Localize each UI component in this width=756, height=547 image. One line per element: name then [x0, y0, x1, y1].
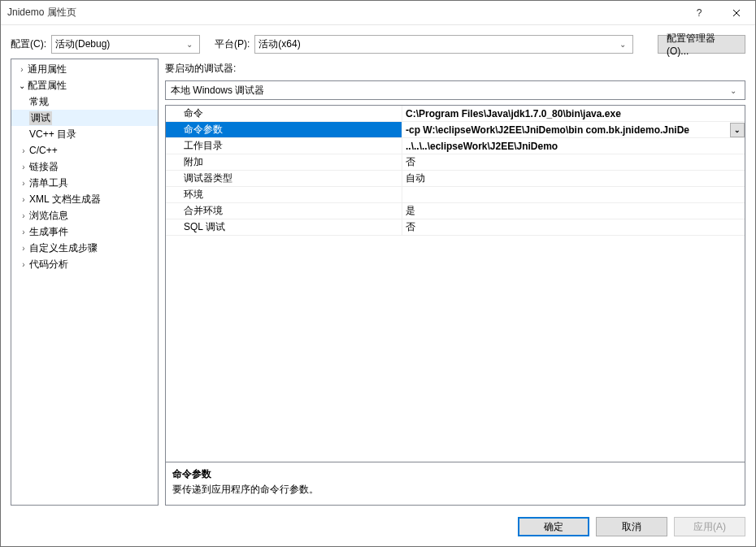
- description-body: 要传递到应用程序的命令行参数。: [172, 483, 738, 497]
- chevron-right-icon[interactable]: ›: [18, 163, 29, 171]
- tree-item-label: 代码分析: [29, 258, 68, 271]
- tree-item[interactable]: ›代码分析: [11, 256, 158, 272]
- property-value[interactable]: 是: [402, 203, 745, 219]
- tree-item-label: 生成事件: [29, 225, 68, 239]
- config-label: 配置(C):: [11, 37, 46, 51]
- chevron-down-icon[interactable]: ⌄: [730, 123, 745, 137]
- section-title: 要启动的调试器:: [165, 59, 745, 76]
- chevron-down-icon: ⌄: [183, 40, 196, 49]
- property-name: 工作目录: [166, 138, 402, 154]
- tree-item-label: C/C++: [29, 145, 58, 156]
- cancel-button[interactable]: 取消: [596, 517, 667, 536]
- footer: 确定 取消 应用(A): [1, 510, 755, 546]
- tree-item-label: XML 文档生成器: [29, 193, 101, 206]
- debugger-combo[interactable]: 本地 Windows 调试器 ⌄: [165, 80, 745, 100]
- close-icon: [732, 9, 741, 17]
- chevron-right-icon[interactable]: ›: [16, 65, 28, 74]
- tree-item-label: 清单工具: [29, 176, 68, 190]
- tree-item-label: 自定义生成步骤: [29, 241, 98, 255]
- property-value[interactable]: C:\Program Files\Java\jdk1.7.0_80\bin\ja…: [402, 106, 745, 121]
- chevron-right-icon[interactable]: ›: [18, 211, 29, 220]
- nav-tree[interactable]: ›通用属性⌄配置属性常规调试VC++ 目录›C/C++›链接器›清单工具›XML…: [11, 59, 159, 506]
- tree-item[interactable]: ›通用属性: [11, 61, 158, 77]
- chevron-down-icon: ⌄: [727, 86, 740, 95]
- description-title: 命令参数: [172, 467, 738, 481]
- config-combo[interactable]: 活动(Debug) ⌄: [51, 35, 200, 54]
- right-panel: 要启动的调试器: 本地 Windows 调试器 ⌄ 命令C:\Program F…: [165, 59, 745, 506]
- tree-item-label: 链接器: [29, 160, 59, 174]
- property-row[interactable]: 调试器类型自动: [166, 171, 745, 187]
- tree-item[interactable]: 常规: [11, 93, 158, 110]
- tree-item[interactable]: ⌄配置属性: [11, 77, 158, 93]
- help-button[interactable]: ?: [680, 1, 718, 25]
- tree-item-label: 浏览信息: [29, 209, 68, 223]
- platform-label: 平台(P):: [215, 37, 250, 51]
- tree-item-label: 常规: [29, 95, 49, 109]
- titlebar: Jnidemo 属性页 ?: [1, 1, 755, 25]
- property-grid-body[interactable]: 命令C:\Program Files\Java\jdk1.7.0_80\bin\…: [166, 106, 745, 462]
- description-panel: 命令参数 要传递到应用程序的命令行参数。: [166, 462, 745, 505]
- tree-item[interactable]: ›浏览信息: [11, 207, 158, 224]
- platform-value: 活动(x64): [259, 37, 300, 51]
- tree-item-label: 通用属性: [28, 63, 67, 76]
- property-row[interactable]: 命令C:\Program Files\Java\jdk1.7.0_80\bin\…: [166, 106, 745, 122]
- property-row[interactable]: 合并环境是: [166, 203, 745, 219]
- chevron-right-icon[interactable]: ›: [18, 179, 29, 188]
- chevron-right-icon[interactable]: ›: [18, 195, 29, 204]
- property-name: 合并环境: [166, 203, 402, 219]
- property-row[interactable]: 命令参数-cp W:\eclipseWork\J2EE\JniDemo\bin …: [166, 122, 745, 138]
- property-value[interactable]: -cp W:\eclipseWork\J2EE\JniDemo\bin com.…: [402, 122, 745, 137]
- property-value[interactable]: ..\..\..\eclipseWork\J2EE\JniDemo: [402, 138, 745, 154]
- config-value: 活动(Debug): [55, 37, 110, 51]
- property-value[interactable]: 否: [402, 219, 745, 235]
- tree-item[interactable]: ›C/C++: [11, 142, 158, 158]
- property-row[interactable]: 工作目录..\..\..\eclipseWork\J2EE\JniDemo: [166, 138, 745, 154]
- chevron-right-icon[interactable]: ›: [18, 260, 29, 269]
- property-grid: 命令C:\Program Files\Java\jdk1.7.0_80\bin\…: [165, 105, 745, 506]
- property-name: SQL 调试: [166, 219, 402, 235]
- chevron-right-icon[interactable]: ›: [18, 244, 29, 253]
- platform-combo[interactable]: 活动(x64) ⌄: [254, 35, 633, 54]
- property-value[interactable]: 否: [402, 154, 745, 170]
- window-title: Jnidemo 属性页: [7, 6, 680, 20]
- property-row[interactable]: 环境: [166, 187, 745, 203]
- chevron-down-icon: ⌄: [616, 40, 629, 49]
- property-name: 命令: [166, 106, 402, 121]
- tree-item[interactable]: ›XML 文档生成器: [11, 191, 158, 207]
- property-name: 调试器类型: [166, 171, 402, 186]
- tree-item[interactable]: ›自定义生成步骤: [11, 240, 158, 256]
- tree-item[interactable]: 调试: [11, 110, 158, 126]
- apply-button: 应用(A): [674, 517, 745, 536]
- tree-item-label: VC++ 目录: [29, 128, 76, 141]
- chevron-down-icon[interactable]: ⌄: [16, 81, 28, 90]
- debugger-value: 本地 Windows 调试器: [171, 84, 264, 98]
- ok-button[interactable]: 确定: [518, 517, 589, 536]
- property-value[interactable]: 自动: [402, 171, 745, 186]
- config-manager-button[interactable]: 配置管理器(O)...: [658, 35, 745, 54]
- property-name: 环境: [166, 187, 402, 202]
- body: ›通用属性⌄配置属性常规调试VC++ 目录›C/C++›链接器›清单工具›XML…: [1, 59, 755, 510]
- close-button[interactable]: [718, 1, 755, 25]
- property-row[interactable]: SQL 调试否: [166, 219, 745, 236]
- chevron-right-icon[interactable]: ›: [18, 228, 29, 237]
- property-name: 命令参数: [166, 122, 402, 137]
- property-name: 附加: [166, 154, 402, 170]
- tree-item[interactable]: ›生成事件: [11, 224, 158, 240]
- property-row[interactable]: 附加否: [166, 154, 745, 171]
- tree-item[interactable]: VC++ 目录: [11, 126, 158, 142]
- tree-item-label: 配置属性: [28, 79, 67, 93]
- config-row: 配置(C): 活动(Debug) ⌄ 平台(P): 活动(x64) ⌄ 配置管理…: [1, 25, 755, 59]
- property-value[interactable]: [402, 187, 745, 202]
- chevron-right-icon[interactable]: ›: [18, 146, 29, 155]
- tree-item-label: 调试: [29, 111, 52, 125]
- tree-item[interactable]: ›清单工具: [11, 175, 158, 191]
- tree-item[interactable]: ›链接器: [11, 158, 158, 175]
